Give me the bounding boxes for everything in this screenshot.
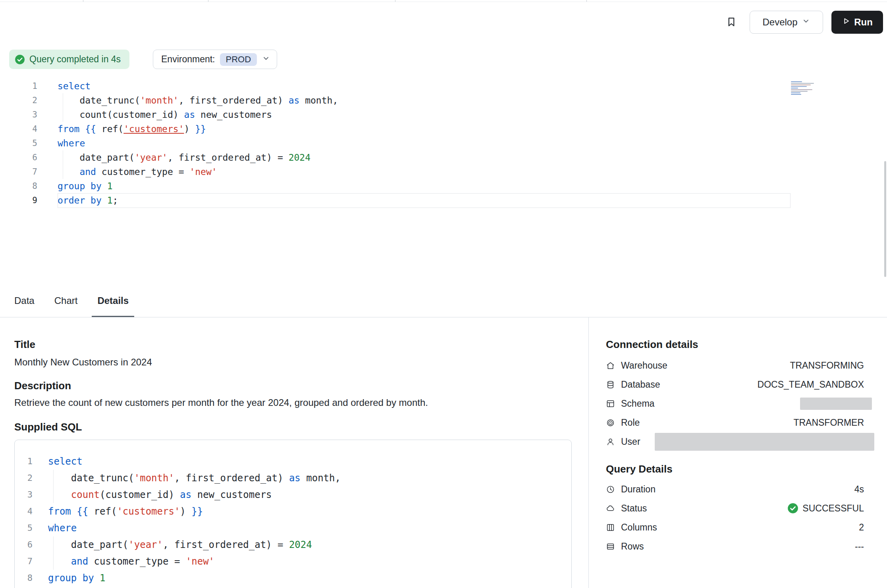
title-value: Monthly New Customers in 2024 <box>14 357 152 368</box>
chevron-down-icon <box>262 54 270 65</box>
code-line: 7 and customer_type = 'new' <box>15 553 571 570</box>
code-text: where <box>48 520 77 536</box>
tab-chart[interactable]: Chart <box>49 285 83 317</box>
code-line[interactable]: 2 date_trunc('month', first_ordered_at) … <box>0 93 887 108</box>
redacted-value <box>655 433 874 451</box>
scrollbar[interactable] <box>884 161 886 277</box>
bookmark-icon <box>725 16 737 29</box>
row-value-text: --- <box>855 541 864 552</box>
line-number: 1 <box>0 79 37 93</box>
row-label: User <box>621 436 640 447</box>
code-text: from {{ ref('customers') }} <box>48 503 203 520</box>
row-value: 2 <box>859 522 864 533</box>
connection-row-warehouse: WarehouseTRANSFORMING <box>606 356 864 375</box>
row-value: TRANSFORMING <box>790 360 864 371</box>
row-value-text: 4s <box>854 484 864 495</box>
connection-row-schema: Schema <box>606 394 864 413</box>
code-line[interactable]: 4from {{ ref('customers') }} <box>0 122 887 136</box>
run-button[interactable]: Run <box>831 11 883 34</box>
code-text: and customer_type = 'new' <box>58 165 217 179</box>
model-ref-link[interactable]: 'customers' <box>123 124 184 134</box>
code-text: order by 1; <box>48 586 111 588</box>
connection-row-user: User <box>606 432 864 451</box>
row-value-text: TRANSFORMING <box>790 360 864 371</box>
code-line[interactable]: 3 count(customer_id) as new_customers <box>0 108 887 122</box>
code-line[interactable]: 7 and customer_type = 'new' <box>0 165 887 179</box>
supplied-sql-block: 1select2 date_trunc('month', first_order… <box>14 440 572 588</box>
code-line: 6 date_part('year', first_ordered_at) = … <box>15 536 571 553</box>
line-number: 2 <box>15 470 33 486</box>
code-line[interactable]: 5where <box>0 136 887 150</box>
code-text: date_trunc('month', first_ordered_at) as… <box>48 470 341 486</box>
code-line[interactable]: 1select <box>0 79 887 93</box>
supplied-sql-heading: Supplied SQL <box>14 421 82 433</box>
row-value-text: 2 <box>859 522 864 533</box>
connection-row-database: DatabaseDOCS_TEAM_SANDBOX <box>606 375 864 394</box>
code-text: select <box>48 453 83 470</box>
code-text: select <box>58 79 91 93</box>
row-value-text: TRANSFORMER <box>793 417 864 428</box>
code-line[interactable]: 6 date_part('year', first_ordered_at) = … <box>0 150 887 165</box>
code-line[interactable]: 8group by 1 <box>0 179 887 193</box>
description-value: Retrieve the count of new customers per … <box>14 397 428 408</box>
code-line: 2 date_trunc('month', first_ordered_at) … <box>15 470 571 486</box>
model-ref-link[interactable]: 'customers' <box>117 506 180 517</box>
database-icon <box>606 380 615 389</box>
check-circle-icon <box>15 54 25 65</box>
connection-rows: WarehouseTRANSFORMINGDatabaseDOCS_TEAM_S… <box>606 356 864 451</box>
row-label: Rows <box>621 541 644 552</box>
redacted-value <box>800 398 872 410</box>
code-text: date_part('year', first_ordered_at) = 20… <box>58 150 310 165</box>
query-details-heading: Query Details <box>606 463 673 475</box>
play-icon <box>842 17 850 28</box>
row-label: Database <box>621 379 660 390</box>
tab-details[interactable]: Details <box>92 285 134 317</box>
row-value: --- <box>855 541 864 552</box>
environment-selector[interactable]: Environment: PROD <box>153 50 277 69</box>
code-text: where <box>58 136 85 150</box>
row-label: Status <box>621 503 647 514</box>
line-number: 6 <box>15 536 33 553</box>
result-tabs: Data Chart Details <box>0 285 134 317</box>
row-label: Columns <box>621 522 657 533</box>
columns-icon <box>606 523 615 532</box>
code-line: 9order by 1; <box>15 586 571 588</box>
row-value-text: SUCCESSFUL <box>802 503 864 514</box>
line-number: 5 <box>15 520 33 536</box>
develop-label: Develop <box>762 17 797 28</box>
code-text: and customer_type = 'new' <box>48 553 214 570</box>
line-number: 6 <box>0 150 37 165</box>
row-value-text: DOCS_TEAM_SANDBOX <box>758 379 864 390</box>
develop-button[interactable]: Develop <box>750 11 823 34</box>
editor-minimap[interactable] <box>791 81 832 96</box>
sql-editor[interactable]: 1select2 date_trunc('month', first_order… <box>0 79 887 208</box>
row-value: TRANSFORMER <box>793 417 864 428</box>
connection-row-role: RoleTRANSFORMER <box>606 413 864 432</box>
code-text: date_part('year', first_ordered_at) = 20… <box>48 536 312 553</box>
code-line: 5where <box>15 520 571 536</box>
line-number: 3 <box>15 486 33 503</box>
row-value: SUCCESSFUL <box>787 503 864 514</box>
connection-panel: Connection details WarehouseTRANSFORMING… <box>589 317 887 588</box>
connection-details-heading: Connection details <box>606 338 698 351</box>
code-text: from {{ ref('customers') }} <box>58 122 206 136</box>
role-icon <box>606 418 615 427</box>
top-tab-strip <box>0 0 887 2</box>
bookmark-button[interactable] <box>722 13 741 32</box>
tab-data[interactable]: Data <box>9 285 40 317</box>
code-text: order by 1; <box>58 193 118 208</box>
code-text: date_trunc('month', first_ordered_at) as… <box>58 93 338 108</box>
row-label: Warehouse <box>621 360 667 371</box>
details-panel: Title Monthly New Customers in 2024 Desc… <box>0 317 588 588</box>
query-status-badge: Query completed in 4s <box>9 50 129 69</box>
code-line: 3 count(customer_id) as new_customers <box>15 486 571 503</box>
query-row-columns: Columns2 <box>606 518 864 537</box>
line-number: 7 <box>15 553 33 570</box>
row-value: DOCS_TEAM_SANDBOX <box>758 379 864 390</box>
code-text: group by 1 <box>48 570 106 586</box>
query-row-status: StatusSUCCESSFUL <box>606 499 864 518</box>
line-number: 7 <box>0 165 37 179</box>
query-status-text: Query completed in 4s <box>29 54 121 65</box>
code-line[interactable]: 9order by 1; <box>0 193 887 208</box>
environment-label: Environment: <box>161 54 215 65</box>
